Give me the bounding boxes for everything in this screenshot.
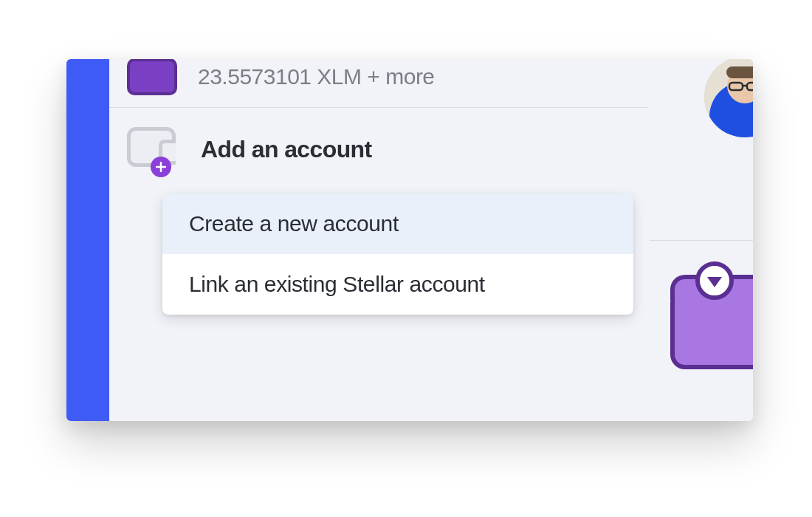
download-arrow-icon [695, 261, 734, 300]
add-wallet-icon [127, 127, 179, 171]
svg-rect-3 [726, 66, 753, 78]
main-panel: 23.5573101 XLM + more Add an account Cre… [109, 59, 753, 421]
wallet-icon [127, 59, 177, 95]
divider [650, 240, 753, 241]
account-balance-row[interactable]: 23.5573101 XLM + more [109, 59, 753, 97]
balance-text: 23.5573101 XLM + more [198, 64, 435, 89]
divider [109, 107, 648, 108]
plus-icon [151, 157, 171, 177]
dropdown-item-link[interactable]: Link an existing Stellar account [162, 254, 633, 315]
stage: 23.5573101 XLM + more Add an account Cre… [0, 0, 812, 517]
nav-sidebar[interactable] [66, 59, 109, 421]
add-account-button[interactable]: Add an account [127, 127, 372, 171]
app-screenshot: 23.5573101 XLM + more Add an account Cre… [66, 59, 753, 421]
dropdown-item-create[interactable]: Create a new account [162, 194, 633, 254]
add-account-label: Add an account [201, 136, 372, 163]
add-account-dropdown: Create a new account Link an existing St… [162, 194, 633, 315]
deposit-wallet-icon[interactable] [670, 267, 753, 371]
